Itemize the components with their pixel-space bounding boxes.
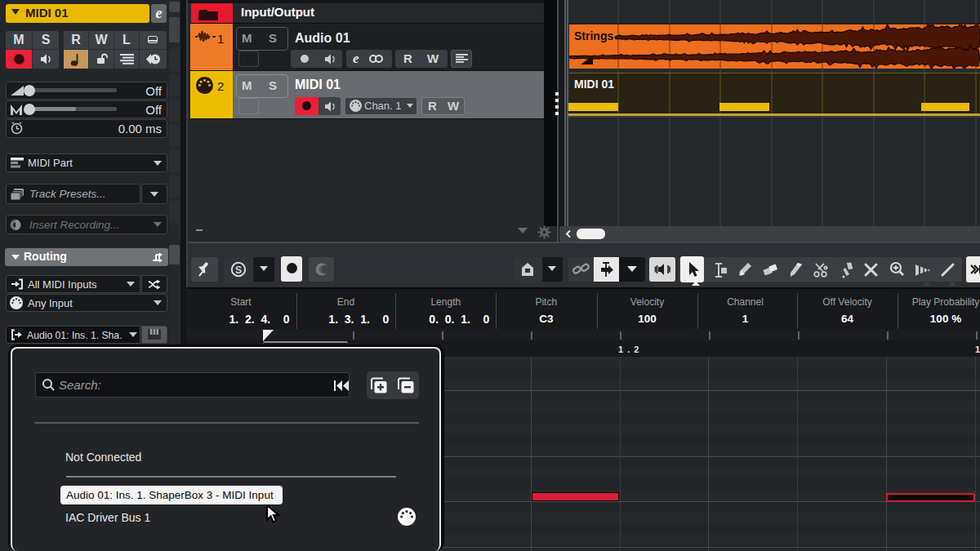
svg-text:S: S xyxy=(235,264,242,276)
